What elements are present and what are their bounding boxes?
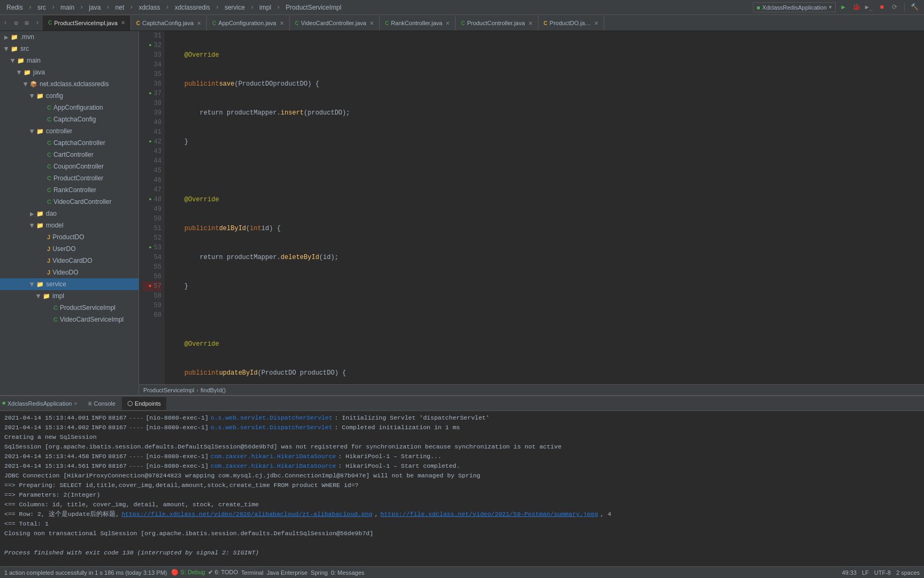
tab-nav-right[interactable]: › bbox=[32, 16, 43, 31]
sidebar-item-videodo[interactable]: J VideoDO bbox=[0, 267, 138, 278]
link-alibabacloud[interactable]: https://file.xdclass.net/video/2020/alib… bbox=[121, 509, 372, 519]
sidebar-item-service[interactable]: ▶ 📁 service bbox=[0, 278, 138, 290]
tab-captchaconfig[interactable]: C CaptchaConfig.java ✕ bbox=[131, 16, 207, 31]
tab-nav-left[interactable]: ‹ bbox=[0, 16, 11, 31]
tab-rankcontroller[interactable]: C RankController.java ✕ bbox=[380, 16, 456, 31]
log-line: <== Total: 1 bbox=[4, 519, 920, 529]
nav-src[interactable]: src bbox=[35, 3, 48, 12]
close-icon[interactable]: ✕ bbox=[528, 20, 533, 26]
status-indent[interactable]: 2 spaces bbox=[896, 569, 920, 576]
file-icon: J bbox=[47, 246, 50, 252]
code-line-34: } bbox=[169, 137, 920, 147]
close-icon[interactable]: ✕ bbox=[445, 20, 450, 26]
sidebar-item-videocarddo[interactable]: J VideoCardDO bbox=[0, 255, 138, 267]
sidebar-item-couponcontroller[interactable]: C CouponController bbox=[0, 161, 138, 172]
stop-button[interactable]: ■ bbox=[876, 2, 887, 13]
folder-icon: 📁 bbox=[24, 69, 31, 76]
close-icon[interactable]: ✕ bbox=[121, 20, 125, 26]
tab-nav-settings[interactable]: ⚙ bbox=[11, 16, 21, 31]
sidebar-item-config[interactable]: ▶ 📁 config bbox=[0, 90, 138, 102]
separator bbox=[904, 3, 905, 12]
nav-productserviceimpl[interactable]: ProductServiceImpl bbox=[283, 3, 343, 12]
top-bar: Redis › src › main › java › net › xdclas… bbox=[0, 0, 924, 15]
tab-productcontroller[interactable]: C ProductController.java ✕ bbox=[456, 16, 538, 31]
status-debug[interactable]: 🔴 S: Debug bbox=[171, 569, 205, 576]
bottom-tab-endpoints[interactable]: ⬡ Endpoints bbox=[122, 397, 166, 410]
sidebar-item-videocardserviceimpl[interactable]: C VideoCardServiceImpl bbox=[0, 314, 138, 325]
code-line-35 bbox=[169, 166, 920, 176]
close-icon[interactable]: ✕ bbox=[280, 20, 284, 26]
tab-icon-productcontroller: C bbox=[461, 20, 465, 26]
nav-xdclass[interactable]: xdclass bbox=[136, 3, 162, 12]
nav-redis[interactable]: Redis bbox=[4, 3, 25, 12]
bottom-tab-console[interactable]: ≡ Console bbox=[83, 397, 121, 410]
status-todo[interactable]: ✔ 6: TODO bbox=[208, 569, 238, 576]
status-left: 1 action completed successfully in 1 s 1… bbox=[4, 569, 167, 576]
status-message: 1 action completed successfully in 1 s 1… bbox=[4, 569, 167, 576]
sidebar-item-productcontroller[interactable]: C ProductController bbox=[0, 172, 138, 184]
build-button[interactable]: 🔨 bbox=[909, 2, 920, 13]
sidebar-item-controller[interactable]: ▶ 📁 controller bbox=[0, 125, 138, 137]
status-line-ending[interactable]: LF bbox=[862, 569, 869, 576]
tab-label-productdo: ProductDO.ja… bbox=[550, 20, 591, 26]
run-button[interactable]: ▶ bbox=[838, 2, 849, 13]
nav-impl[interactable]: impl bbox=[257, 3, 273, 12]
sidebar-item-impl[interactable]: ▶ 📁 impl bbox=[0, 290, 138, 302]
tab-productserviceimpl[interactable]: C ProductServiceImpl.java ✕ bbox=[43, 16, 131, 31]
console-output[interactable]: 2021-04-14 15:13:44.001 INFO 88167 ---- … bbox=[0, 411, 924, 566]
status-terminal[interactable]: Terminal bbox=[241, 569, 264, 576]
breadcrumb-method: findById() bbox=[201, 387, 226, 393]
sidebar-item-cartcontroller[interactable]: C CartController bbox=[0, 149, 138, 161]
nav-main[interactable]: main bbox=[58, 3, 76, 12]
sidebar-item-package[interactable]: ▶ 📦 net.xdclass.xdclassredis bbox=[0, 78, 138, 90]
arrow-icon: ▶ bbox=[4, 34, 9, 40]
sidebar-item-videocardcontroller[interactable]: C VideoCardController bbox=[0, 196, 138, 208]
tab-nav-recent[interactable]: ⊞ bbox=[21, 16, 32, 31]
tab-productdo[interactable]: C ProductDO.ja… ✕ bbox=[538, 16, 604, 31]
nav-xdclassredis[interactable]: xdclassredis bbox=[173, 3, 212, 12]
close-icon[interactable]: ✕ bbox=[369, 20, 374, 26]
sidebar-label: service bbox=[46, 280, 66, 288]
tab-appconfiguration[interactable]: C AppConfiguration.java ✕ bbox=[207, 16, 289, 31]
link-postman[interactable]: https://file.xdclass.net/video/2021/59-P… bbox=[380, 509, 598, 519]
close-icon[interactable]: ✕ bbox=[197, 20, 201, 26]
log-line: SqlSession [org.apache.ibatis.session.de… bbox=[4, 442, 920, 452]
app-selector[interactable]: ■ XdclassRedisApplication ▾ bbox=[753, 2, 836, 12]
sidebar-item-dao[interactable]: ▶ 📁 dao bbox=[0, 208, 138, 219]
sidebar-item-captchacontroller[interactable]: C CaptchaController bbox=[0, 137, 138, 149]
sidebar-item-productdo[interactable]: J ProductDO bbox=[0, 231, 138, 243]
sidebar-item-productserviceimpl[interactable]: C ProductServiceImpl bbox=[0, 302, 138, 314]
debug-button[interactable]: 🐞 bbox=[851, 2, 861, 13]
sidebar-item-mvn[interactable]: ▶ 📁 .mvn bbox=[0, 31, 138, 43]
nav-service[interactable]: service bbox=[222, 3, 247, 12]
status-cursor-pos[interactable]: 49:33 bbox=[842, 569, 857, 576]
close-icon[interactable]: ✕ bbox=[594, 20, 598, 26]
status-spring[interactable]: Spring bbox=[311, 569, 328, 576]
nav-java[interactable]: java bbox=[87, 3, 103, 12]
sidebar-label: dao bbox=[46, 210, 57, 217]
app-name-label: XdclassRedisApplication bbox=[763, 4, 827, 11]
editor-area: 31 ●32 33 34 35 36 ●37 38 39 40 41 ●42 4… bbox=[139, 31, 924, 395]
status-messages[interactable]: 0: Messages bbox=[331, 569, 364, 576]
sidebar-item-captchaconfig[interactable]: C CaptchaConfig bbox=[0, 113, 138, 125]
sidebar-label: CaptchaConfig bbox=[53, 116, 96, 123]
sidebar-item-model[interactable]: ▶ 📁 model bbox=[0, 219, 138, 231]
code-editor[interactable]: 31 ●32 33 34 35 36 ●37 38 39 40 41 ●42 4… bbox=[139, 31, 924, 384]
sidebar-item-src[interactable]: ▶ 📁 src bbox=[0, 43, 138, 55]
status-encoding[interactable]: UTF-8 bbox=[874, 569, 891, 576]
sidebar-item-java[interactable]: ▶ 📁 java bbox=[0, 66, 138, 78]
coverage-button[interactable]: ▶̲ bbox=[864, 2, 874, 13]
file-icon: J bbox=[47, 234, 50, 240]
sidebar-label: VideoDO bbox=[52, 269, 78, 276]
sidebar-item-userdo[interactable]: J UserDO bbox=[0, 243, 138, 255]
tab-videocardcontroller[interactable]: C VideoCardController.java ✕ bbox=[290, 16, 380, 31]
close-run-tab[interactable]: ✕ bbox=[74, 400, 77, 407]
status-java-enterprise[interactable]: Java Enterprise bbox=[267, 569, 307, 576]
sidebar-item-appconfiguration[interactable]: C AppConfiguration bbox=[0, 102, 138, 113]
restart-button[interactable]: ⟳ bbox=[889, 2, 900, 13]
code-lines[interactable]: @Override public int save(ProductDO prod… bbox=[165, 31, 924, 384]
code-line-39: } bbox=[169, 282, 920, 291]
sidebar-item-main[interactable]: ▶ 📁 main bbox=[0, 55, 138, 66]
nav-net[interactable]: net bbox=[113, 3, 127, 12]
sidebar-item-rankcontroller[interactable]: C RankController bbox=[0, 184, 138, 196]
